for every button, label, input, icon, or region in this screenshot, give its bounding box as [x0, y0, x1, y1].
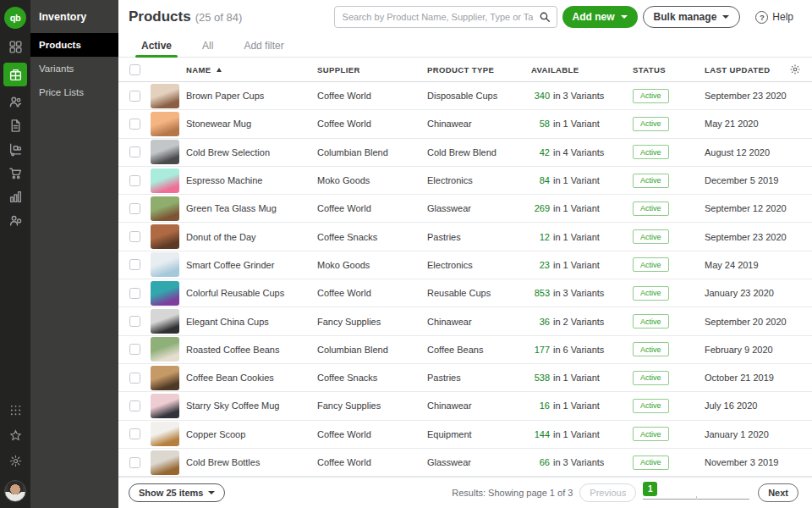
column-header-available[interactable]: AVAILABLE	[531, 65, 633, 75]
star-icon[interactable]	[9, 429, 22, 445]
document-icon[interactable]	[3, 118, 27, 134]
settings-icon[interactable]	[9, 455, 22, 471]
variant-count: in 3 Variants	[553, 288, 604, 298]
table-row[interactable]: Stonewear MugCoffee WorldChinawear58in 1…	[118, 110, 812, 138]
table-row[interactable]: Copper ScoopCoffee WorldEquipment144in 1…	[118, 421, 812, 449]
status: Active	[633, 399, 705, 413]
pagination: 1	[643, 482, 749, 500]
current-page-button[interactable]: 1	[643, 482, 657, 496]
row-checkbox[interactable]	[129, 344, 140, 355]
reports-icon[interactable]	[3, 189, 27, 205]
column-settings-icon[interactable]	[787, 64, 812, 75]
table-row[interactable]: Elegant China CupsFancy SuppliesChinawea…	[118, 307, 812, 335]
column-header-product-type[interactable]: PRODUCT TYPE	[427, 65, 531, 75]
apps-icon[interactable]	[9, 404, 22, 420]
shipping-icon[interactable]	[3, 141, 27, 157]
status: Active	[633, 202, 705, 216]
sort-ascending-icon	[217, 68, 222, 72]
bulk-manage-button[interactable]: Bulk manage	[643, 6, 741, 28]
table-row[interactable]: Espresso MachineMoko GoodsElectronics84i…	[118, 167, 812, 195]
table-row[interactable]: Roasted Coffee BeansColumbian BlendCoffe…	[118, 336, 812, 364]
table-row[interactable]: Smart Coffee GrinderMoko GoodsElectronic…	[118, 251, 812, 279]
row-checkbox[interactable]	[129, 316, 140, 327]
column-header-last-updated[interactable]: LAST UPDATED	[705, 65, 787, 75]
product-type: Pastries	[427, 373, 531, 383]
row-checkbox[interactable]	[129, 400, 140, 411]
row-checkbox[interactable]	[129, 259, 140, 270]
product-rows: Brown Paper CupsCoffee WorldDisposable C…	[118, 82, 812, 477]
tab-all[interactable]: All	[196, 34, 219, 57]
cart-icon[interactable]	[3, 165, 27, 181]
help-button[interactable]: ? Help	[755, 11, 793, 24]
contacts-icon[interactable]	[3, 94, 27, 110]
product-type: Glasswear	[427, 457, 531, 467]
row-checkbox[interactable]	[129, 146, 140, 157]
supplier: Coffee World	[317, 119, 427, 129]
available: 84in 1 Variant	[531, 175, 633, 185]
table-row[interactable]: Green Tea Glass MugCoffee WorldGlasswear…	[118, 195, 812, 223]
table-row[interactable]: Starry Sky Coffee MugFancy SuppliesChina…	[118, 392, 812, 420]
supplier: Fancy Supplies	[317, 400, 427, 411]
search-input[interactable]	[334, 6, 557, 28]
tab-add-filter[interactable]: Add filter	[238, 34, 289, 57]
product-name: Smart Coffee Grinder	[186, 260, 317, 270]
table-row[interactable]: Coffee Bean CookiesCoffee SnacksPastries…	[118, 364, 812, 392]
show-items-button[interactable]: Show 25 items	[129, 483, 225, 502]
quickbooks-logo[interactable]: qb	[4, 7, 26, 29]
sidebar-item-variants[interactable]: Variants	[30, 57, 118, 80]
row-checkbox[interactable]	[129, 203, 140, 214]
available-quantity: 58	[531, 119, 550, 129]
status: Active	[633, 342, 705, 356]
previous-page-button[interactable]: Previous	[579, 483, 636, 502]
variant-count: in 1 Variant	[553, 232, 600, 242]
last-updated: September 23 2020	[705, 232, 787, 242]
product-type: Electronics	[427, 175, 531, 185]
sidebar-item-products[interactable]: Products	[30, 33, 118, 57]
row-checkbox[interactable]	[129, 288, 140, 299]
product-thumbnail	[151, 337, 179, 362]
help-icon: ?	[755, 11, 768, 24]
supplier: Coffee World	[317, 203, 427, 213]
product-name: Stonewear Mug	[186, 119, 317, 129]
product-name: Copper Scoop	[186, 429, 317, 439]
supplier: Coffee Snacks	[317, 232, 427, 242]
table-row[interactable]: Cold Brew BottlesCoffee WorldGlasswear66…	[118, 449, 812, 477]
table-row[interactable]: Donut of the DayCoffee SnacksPastries12i…	[118, 223, 812, 251]
add-new-button[interactable]: Add new	[562, 6, 638, 28]
table-row[interactable]: Colorful Reusable CupsCoffee WorldReusab…	[118, 279, 812, 307]
row-checkbox[interactable]	[129, 91, 140, 102]
status-badge: Active	[633, 427, 669, 441]
status: Active	[633, 229, 705, 244]
column-header-name[interactable]: NAME	[186, 65, 317, 75]
row-checkbox[interactable]	[129, 175, 140, 186]
row-checkbox[interactable]	[129, 119, 140, 130]
row-checkbox[interactable]	[129, 428, 140, 439]
chevron-down-icon	[208, 491, 215, 494]
sidebar-item-price-lists[interactable]: Price Lists	[30, 80, 118, 104]
supplier: Columbian Blend	[317, 345, 427, 355]
status-badge: Active	[633, 371, 669, 385]
dashboard-icon[interactable]	[3, 39, 27, 55]
next-page-button[interactable]: Next	[758, 483, 798, 502]
status-badge: Active	[633, 342, 669, 356]
product-type: Pastries	[427, 232, 531, 242]
tab-active[interactable]: Active	[135, 34, 178, 57]
customers-icon[interactable]	[3, 213, 27, 229]
status: Active	[633, 427, 705, 441]
table-row[interactable]: Brown Paper CupsCoffee WorldDisposable C…	[118, 82, 812, 110]
product-name: Roasted Coffee Beans	[186, 345, 317, 355]
available-quantity: 538	[531, 373, 550, 383]
supplier: Coffee World	[317, 91, 427, 101]
column-header-supplier[interactable]: SUPPLIER	[317, 65, 427, 75]
available-quantity: 42	[531, 147, 550, 157]
page-title-text: Products	[129, 8, 191, 25]
select-all-checkbox[interactable]	[129, 64, 140, 75]
table-row[interactable]: Cold Brew SelectionColumbian BlendCold B…	[118, 139, 812, 167]
inventory-icon[interactable]	[3, 63, 27, 86]
product-name: Elegant China Cups	[186, 317, 317, 327]
column-header-status[interactable]: STATUS	[633, 65, 705, 75]
row-checkbox[interactable]	[129, 373, 140, 384]
row-checkbox[interactable]	[129, 231, 140, 242]
row-checkbox[interactable]	[129, 457, 140, 468]
user-avatar[interactable]	[4, 480, 26, 502]
